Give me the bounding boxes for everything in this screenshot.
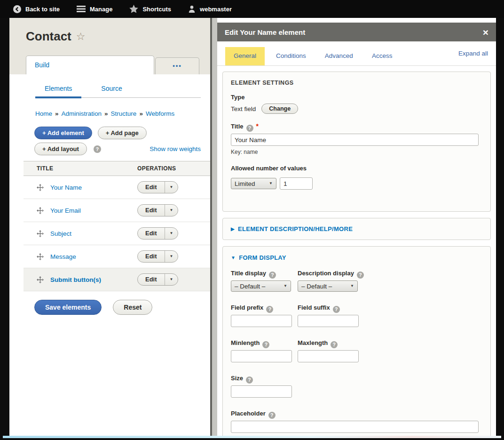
user-menu-button[interactable]: webmaster: [188, 5, 232, 13]
placeholder-input[interactable]: [231, 421, 479, 433]
help-icon[interactable]: ?: [269, 272, 276, 279]
maxlength-label: Maxlength: [298, 339, 328, 346]
tab-advanced[interactable]: Advanced: [325, 47, 353, 65]
drag-handle-icon[interactable]: [37, 230, 44, 237]
edit-button-label: Edit: [138, 205, 165, 216]
select-value: – Default –: [235, 283, 265, 290]
help-icon[interactable]: ?: [357, 272, 364, 279]
back-to-site-label: Back to site: [25, 6, 60, 13]
edit-dropdown-toggle[interactable]: ▼: [165, 182, 178, 193]
panel-resize-handle[interactable]: [210, 18, 217, 436]
add-element-button[interactable]: + Add element: [34, 127, 92, 139]
drag-handle-icon[interactable]: [37, 276, 44, 283]
show-row-weights-link[interactable]: Show row weights: [150, 145, 201, 152]
tab-elements[interactable]: Elements: [35, 85, 81, 98]
manage-menu-button[interactable]: Manage: [77, 6, 112, 13]
breadcrumb-separator: »: [139, 110, 143, 117]
element-description-toggle[interactable]: ▶ELEMENT DESCRIPTION/HELP/MORE: [231, 225, 482, 232]
element-settings-section: ELEMENT SETTINGS Type Text field Change …: [222, 72, 491, 212]
star-icon: [129, 5, 138, 13]
edit-button[interactable]: Edit▼: [137, 227, 178, 240]
add-layout-button[interactable]: + Add layout: [34, 143, 87, 155]
chevron-down-icon: ▼: [170, 255, 173, 258]
expand-all-link[interactable]: Expand all: [458, 50, 488, 63]
tab-general[interactable]: General: [225, 47, 265, 65]
chevron-down-icon: ▼: [170, 185, 173, 189]
add-page-button[interactable]: + Add page: [98, 127, 147, 139]
element-title-link[interactable]: Your Name: [50, 184, 82, 191]
edit-dropdown-toggle[interactable]: ▼: [165, 228, 178, 239]
reset-button[interactable]: Reset: [113, 300, 152, 315]
element-title-link[interactable]: Subject: [50, 230, 71, 237]
close-icon[interactable]: ×: [483, 27, 488, 37]
form-display-toggle[interactable]: ▼FORM DISPLAY: [231, 254, 482, 261]
allowed-values-label: Allowed number of values: [231, 165, 482, 172]
tab-more-dots[interactable]: •••: [155, 57, 199, 74]
help-icon[interactable]: ?: [246, 376, 253, 384]
allowed-values-select[interactable]: Limited▼: [231, 178, 276, 189]
drag-handle-icon[interactable]: [37, 207, 44, 214]
tab-source[interactable]: Source: [92, 85, 131, 97]
maxlength-input[interactable]: [298, 350, 359, 362]
title-display-select[interactable]: – Default –▼: [231, 280, 291, 292]
column-header-operations: OPERATIONS: [137, 165, 210, 172]
drag-handle-icon[interactable]: [37, 184, 44, 191]
edit-dropdown-toggle[interactable]: ▼: [165, 274, 178, 285]
breadcrumb-administration[interactable]: Administration: [62, 110, 102, 117]
description-display-select[interactable]: – Default –▼: [298, 280, 358, 292]
minlength-input[interactable]: [231, 350, 292, 362]
edit-button[interactable]: Edit▼: [137, 181, 178, 193]
shortcuts-button[interactable]: Shortcuts: [129, 5, 171, 13]
edit-element-dialog: Edit Your Name element × General Conditi…: [217, 18, 496, 436]
save-elements-button[interactable]: Save elements: [34, 300, 102, 315]
tab-access[interactable]: Access: [372, 47, 393, 65]
select-value: Limited: [235, 180, 255, 187]
breadcrumb-webforms[interactable]: Webforms: [146, 110, 174, 117]
element-title-link[interactable]: Your Email: [50, 207, 81, 214]
table-row: Subject Edit▼: [24, 222, 210, 245]
table-header: TITLE OPERATIONS: [24, 161, 210, 176]
chevron-down-icon: ▼: [170, 208, 173, 212]
change-type-button[interactable]: Change: [261, 104, 298, 114]
help-icon[interactable]: ?: [266, 306, 273, 313]
title-display-label: Title display: [231, 270, 266, 277]
edit-button[interactable]: Edit▼: [137, 204, 178, 216]
help-icon[interactable]: ?: [262, 341, 269, 348]
dialog-header: Edit Your Name element ×: [217, 23, 496, 41]
edit-dropdown-toggle[interactable]: ▼: [165, 205, 178, 216]
size-input[interactable]: [231, 385, 292, 398]
secondary-tabs: Elements Source: [35, 85, 201, 98]
elements-table: TITLE OPERATIONS Your Name Edit▼ Your Em…: [24, 161, 210, 291]
breadcrumb-structure[interactable]: Structure: [111, 110, 137, 117]
shortcuts-label: Shortcuts: [142, 6, 171, 13]
breadcrumb: Home»Administration»Structure»Webforms: [35, 110, 201, 117]
chevron-down-icon: ▼: [350, 284, 354, 288]
drag-handle-icon[interactable]: [37, 253, 44, 260]
element-title-link[interactable]: Submit button(s): [50, 276, 101, 283]
edit-button[interactable]: Edit▼: [137, 273, 178, 286]
collapsed-arrow-icon: ▶: [231, 226, 235, 232]
table-row: Your Name Edit▼: [24, 176, 210, 199]
webform-build-panel: Contact ☆ Build ••• Elements Source Home…: [9, 18, 210, 436]
user-icon: [188, 5, 196, 13]
favorite-star-icon[interactable]: ☆: [76, 32, 86, 42]
help-icon[interactable]: ?: [268, 412, 276, 419]
help-icon[interactable]: ?: [246, 125, 253, 132]
field-prefix-input[interactable]: [231, 315, 292, 327]
edit-button-label: Edit: [138, 228, 165, 239]
help-icon[interactable]: ?: [331, 341, 338, 348]
tab-conditions[interactable]: Conditions: [276, 47, 306, 65]
help-icon[interactable]: ?: [94, 145, 101, 153]
select-value: – Default –: [301, 283, 332, 290]
element-description-legend: ELEMENT DESCRIPTION/HELP/MORE: [238, 225, 353, 232]
edit-button[interactable]: Edit▼: [137, 250, 178, 263]
allowed-count-input[interactable]: [280, 177, 313, 190]
title-input[interactable]: [231, 134, 479, 146]
tab-build[interactable]: Build: [26, 56, 154, 74]
back-to-site-button[interactable]: Back to site: [13, 5, 60, 13]
help-icon[interactable]: ?: [333, 306, 340, 313]
edit-dropdown-toggle[interactable]: ▼: [165, 251, 178, 262]
breadcrumb-home[interactable]: Home: [35, 110, 52, 117]
field-suffix-input[interactable]: [298, 315, 359, 327]
element-title-link[interactable]: Message: [50, 253, 76, 260]
